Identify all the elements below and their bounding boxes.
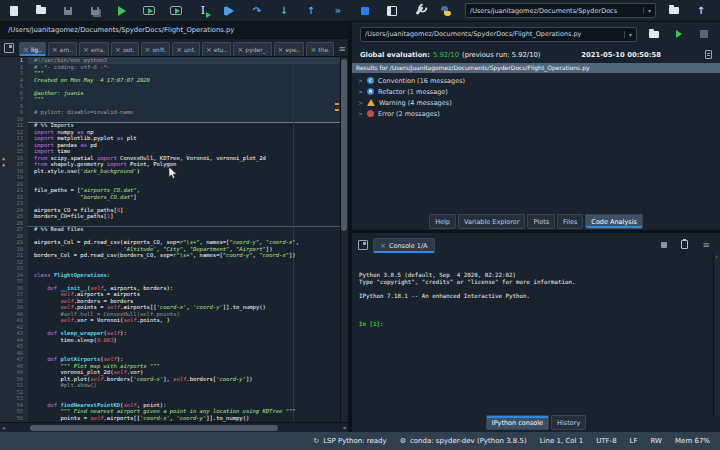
code-line: points = self.airports[['coord-x', 'coor… — [34, 415, 299, 422]
run-cell-advance-icon[interactable] — [168, 3, 184, 19]
console-text-line — [359, 286, 720, 293]
close-icon[interactable]: × — [237, 47, 243, 53]
expand-chevron-icon[interactable]: > — [358, 88, 363, 95]
tab-history[interactable]: History — [551, 415, 586, 430]
stop-icon[interactable] — [357, 3, 373, 19]
console-output[interactable]: Python 3.8.5 (default, Sep 4 2020, 02:22… — [352, 253, 720, 415]
analysis-result-convention[interactable]: >CConvention (16 messages) — [352, 75, 720, 86]
tab-ipython-console[interactable]: IPython console — [486, 415, 549, 430]
expand-chevron-icon[interactable]: > — [358, 99, 363, 106]
inspect-object-icon[interactable] — [681, 240, 688, 249]
close-icon[interactable]: × — [145, 47, 151, 53]
close-icon[interactable]: × — [83, 47, 89, 53]
analysis-result-refactor[interactable]: >RRefactor (1 message) — [352, 86, 720, 97]
chevron-down-icon[interactable]: ▾ — [624, 31, 632, 38]
run-selection-icon[interactable]: I — [195, 3, 211, 19]
analysis-run-icon[interactable] — [671, 26, 687, 42]
run-file-icon[interactable] — [114, 3, 130, 19]
editor-file-tab[interactable]: ×onft. — [141, 42, 171, 56]
scroll-left-icon[interactable]: ◂ — [2, 424, 5, 431]
python-logo-icon[interactable] — [438, 3, 454, 19]
editor-file-tab[interactable]: ×erra. — [79, 42, 109, 56]
editor-horizontal-scrollbar[interactable]: ◂ ▾ — [0, 422, 348, 432]
step-return-icon[interactable]: ↑ — [303, 3, 319, 19]
tab-files[interactable]: Files — [557, 214, 583, 229]
editor-vertical-scrollbar[interactable] — [340, 57, 348, 422]
analysis-file-path: /Users/juanitagomez/Documents/SpyderDocs… — [365, 30, 581, 38]
line-number-gutter: 1234567891011121314151617181920212223242… — [0, 57, 28, 422]
expand-chevron-icon[interactable]: > — [358, 110, 363, 117]
editor-file-tab[interactable]: ×em.. — [48, 42, 77, 56]
analysis-stop-icon[interactable] — [696, 26, 712, 42]
open-file-icon[interactable] — [33, 3, 49, 19]
result-label: Error (2 messages) — [378, 110, 440, 118]
save-all-icon[interactable] — [87, 3, 103, 19]
scrollbar-thumb[interactable] — [30, 425, 278, 431]
browse-tabs-icon[interactable] — [4, 43, 14, 53]
debug-file-icon[interactable] — [222, 3, 238, 19]
code-text[interactable]: #!/usr/bin/env python3# -*- coding: utf-… — [34, 57, 299, 421]
scroll-up-icon[interactable]: ▴ — [715, 253, 718, 260]
chevron-down-icon[interactable]: ▾ — [643, 7, 651, 14]
editor-file-tab[interactable]: ×etu.. — [202, 42, 232, 56]
tab-label: lig.. — [31, 46, 42, 53]
maximize-pane-icon[interactable] — [384, 3, 400, 19]
run-cell-icon[interactable] — [141, 3, 157, 19]
debug-continue-icon[interactable]: ↷ — [249, 3, 265, 19]
close-icon[interactable]: × — [23, 47, 29, 53]
preferences-wrench-icon[interactable] — [411, 3, 427, 19]
tab-variable-explorer[interactable]: Variable Explorer — [458, 214, 525, 229]
console-text-line: Python 3.8.5 (default, Sep 4 2020, 02:22… — [359, 272, 720, 279]
editor-file-tab[interactable]: ×epe.. — [274, 42, 305, 56]
expand-chevron-icon[interactable]: > — [358, 77, 363, 84]
working-directory-combo[interactable]: /Users/juanitagomez/Documents/SpyderDocs… — [465, 3, 656, 18]
tab-help[interactable]: Help — [429, 214, 456, 229]
global-evaluation-row: Global evaluation: 5.92/10 (previous run… — [352, 46, 720, 63]
editor-file-tab[interactable]: ×the. — [306, 42, 334, 56]
step-into-icon[interactable]: ↓ — [276, 3, 292, 19]
line-number: 56 — [0, 415, 28, 422]
close-icon[interactable]: × — [278, 47, 284, 53]
console-scrollbar[interactable]: ▴ — [713, 253, 720, 415]
tab-label: onft. — [152, 46, 166, 53]
browse-tabs-icon[interactable] — [358, 240, 368, 250]
scroll-options-icon[interactable]: ▾ — [343, 424, 346, 431]
result-label: Warning (4 messages) — [379, 99, 452, 107]
close-icon[interactable]: × — [115, 47, 121, 53]
editor-file-tab[interactable]: ×unt. — [172, 42, 200, 56]
analysis-result-error[interactable]: >Error (2 messages) — [352, 108, 720, 119]
global-evaluation-label: Global evaluation: — [360, 51, 430, 59]
save-icon[interactable] — [60, 3, 76, 19]
scrollbar-thumb[interactable] — [341, 59, 347, 231]
editor-file-tab[interactable]: ×oot. — [111, 42, 138, 56]
close-icon[interactable]: × — [206, 47, 212, 53]
console-tab-label: Console 1/A — [389, 242, 428, 250]
parent-directory-icon[interactable]: ↑ — [693, 3, 709, 19]
code-editor[interactable]: 1234567891011121314151617181920212223242… — [0, 57, 348, 422]
console-tab[interactable]: × Console 1/A — [373, 238, 435, 253]
close-icon[interactable]: × — [380, 243, 386, 249]
right-pane: /Users/juanitagomez/Documents/SpyderDocs… — [352, 22, 720, 432]
editor-file-tab[interactable]: ×pyder_. — [233, 42, 271, 56]
analysis-timestamp: 2021-05-10 00:50:58 — [581, 51, 661, 59]
tab-options-icon[interactable]: ≡ — [338, 45, 346, 53]
analysis-browse-file-icon[interactable] — [646, 26, 662, 42]
close-icon[interactable]: × — [310, 47, 316, 53]
tab-code-analysis[interactable]: Code Analysis — [585, 214, 643, 229]
close-icon[interactable]: × — [52, 47, 58, 53]
interrupt-kernel-icon[interactable] — [661, 242, 667, 248]
editor-file-tab[interactable]: ×lig.. — [19, 42, 46, 56]
refactor-icon: R — [367, 88, 374, 95]
close-icon[interactable]: × — [176, 47, 182, 53]
lsp-status: ↻ LSP Python: ready — [313, 437, 386, 445]
output-file-icon[interactable] — [705, 50, 712, 59]
tab-plots[interactable]: Plots — [527, 214, 555, 229]
analysis-result-warning[interactable]: >Warning (4 messages) — [352, 97, 720, 108]
conda-environment-status[interactable]: ⚙ conda: spyder-dev (Python 3.8.5) — [400, 437, 527, 445]
analysis-file-combo[interactable]: /Users/juanitagomez/Documents/SpyderDocs… — [360, 27, 637, 42]
fast-forward-icon[interactable]: » — [330, 3, 346, 19]
status-bar: ↻ LSP Python: ready ⚙ conda: spyder-dev … — [0, 432, 720, 450]
new-file-icon[interactable] — [6, 3, 22, 19]
console-options-icon[interactable]: ≡ — [702, 241, 710, 249]
browse-working-directory-icon[interactable] — [666, 3, 682, 19]
